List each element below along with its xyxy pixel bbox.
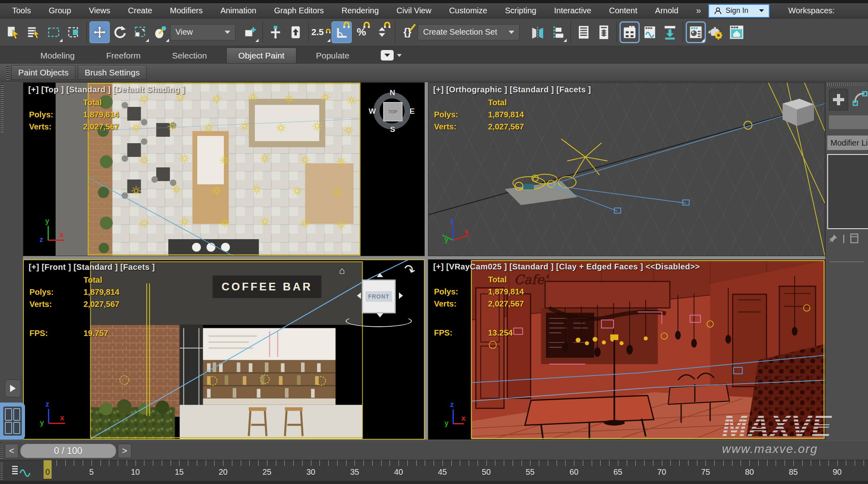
viewcube-down-arrow[interactable] (377, 313, 383, 317)
curve-editor-button[interactable] (640, 21, 660, 43)
menu-rendering[interactable]: Rendering (342, 6, 379, 15)
coffee-bar-sign: COFFEE BAR (213, 275, 321, 298)
ribbon-tab-object-paint[interactable]: Object Paint (226, 48, 296, 64)
angle-snap-toggle-button[interactable] (332, 21, 352, 43)
viewport-front[interactable]: COFFEE BAR [+] [Front ] [Standard ] [Fac… (23, 259, 425, 440)
menu-tools[interactable]: Tools (12, 6, 31, 15)
show-end-result-icon[interactable] (849, 233, 859, 244)
viewcube-left-arrow[interactable] (357, 292, 361, 299)
ribbon-tab-selection[interactable]: Selection (160, 48, 219, 64)
menu-group[interactable]: Group (49, 6, 71, 15)
schematic-view-button[interactable] (660, 21, 680, 43)
viewport-layout-tabs-button[interactable] (0, 403, 25, 440)
ribbon-show-menu-button[interactable] (381, 50, 402, 60)
viewport-top[interactable]: [+] [Top ] [Standard ] [Default Shading … (23, 82, 425, 256)
time-slider-drag-handle[interactable] (0, 442, 3, 459)
viewcube-front-face[interactable]: FRONT (365, 291, 392, 302)
viewport-vraycam-label[interactable]: [+] [VRayCam025 ] [Standard ] [Clay + Ed… (433, 262, 700, 271)
select-and-move-button[interactable] (90, 21, 110, 43)
subtab-brush-settings[interactable]: Brush Settings (78, 65, 147, 80)
named-selection-set-dropdown[interactable]: Create Selection Set (418, 24, 520, 40)
create-tab[interactable] (829, 89, 848, 111)
viewcube-up-arrow[interactable] (377, 273, 383, 277)
menu-civil-view[interactable]: Civil View (396, 6, 431, 15)
menu-modifiers[interactable]: Modifiers (170, 6, 202, 15)
ribbon-drag-handle[interactable] (6, 65, 9, 80)
mini-curve-editor-button[interactable] (11, 463, 32, 478)
select-object-button[interactable] (3, 21, 23, 43)
viewcube-front[interactable]: FRONT (362, 280, 396, 313)
rendered-frame-window-button[interactable] (726, 21, 746, 43)
scene-explorer-button[interactable] (574, 21, 594, 43)
menu-customize[interactable]: Customize (449, 6, 487, 15)
magnet-icon (325, 27, 332, 38)
ribbon-toggle-button[interactable] (620, 21, 640, 43)
modify-tab[interactable] (851, 89, 868, 111)
viewport-top-label[interactable]: [+] [Top ] [Standard ] [Default Shading … (28, 85, 185, 94)
viewcube-compass[interactable]: N E S W TOP (371, 90, 413, 132)
select-and-scale-button[interactable] (130, 21, 150, 43)
next-frame-button[interactable]: > (118, 444, 131, 458)
menu-arnold[interactable]: Arnold (655, 6, 678, 15)
workspaces-label[interactable]: Workspaces: (788, 6, 835, 15)
panel-drag-handle[interactable] (827, 83, 866, 86)
selection-region-button[interactable] (44, 21, 64, 43)
viewport-ortho-label[interactable]: [+] [Orthographic ] [Standard ] [Facets … (433, 85, 591, 94)
sign-in-button[interactable]: Sign In (708, 4, 770, 18)
snaps-mode-label: 2.5 (311, 27, 324, 38)
menu-interactive[interactable]: Interactive (554, 6, 591, 15)
track-bar-ruler[interactable]: 051015202530354045505560657075808590 (34, 460, 868, 479)
material-editor-button[interactable] (686, 21, 706, 43)
ribbon-tab-modeling[interactable]: Modeling (28, 48, 87, 64)
viewport-vraycam[interactable]: Cafe' [+] [VRayCam025 ] [Standard ] [Cla… (428, 259, 825, 440)
modifier-list-dropdown[interactable]: Modifier List (827, 136, 868, 150)
use-pivot-point-button[interactable] (240, 21, 260, 43)
fps-value: 13.254 (488, 328, 524, 338)
viewport-front-label[interactable]: [+] [Front ] [Standard ] [Facets ] (29, 263, 155, 272)
window-crossing-button[interactable] (64, 21, 84, 43)
menu-scripting[interactable]: Scripting (505, 6, 536, 15)
track-bar-drag-handle[interactable] (0, 462, 3, 480)
select-and-rotate-button[interactable] (110, 21, 130, 43)
expand-tracks-button[interactable] (5, 380, 21, 397)
menu-animation[interactable]: Animation (220, 6, 256, 15)
object-name-field[interactable] (829, 115, 868, 129)
menu-graph-editors[interactable]: Graph Editors (274, 6, 323, 15)
home-icon[interactable]: ⌂ (339, 265, 345, 276)
select-by-name-icon (27, 25, 40, 39)
align-button[interactable] (548, 21, 568, 43)
layer-explorer-button[interactable] (594, 21, 614, 43)
magnet-icon (342, 22, 351, 31)
pin-stack-icon[interactable] (828, 233, 839, 244)
toolbar-separator (570, 22, 571, 42)
viewcube-right-arrow[interactable] (399, 292, 403, 299)
percent-snap-toggle-button[interactable]: % (352, 21, 372, 43)
viewport-orthographic[interactable]: [+] [Orthographic ] [Standard ] [Facets … (428, 82, 825, 256)
toolbar-drag-handle[interactable] (1, 84, 4, 132)
edit-named-selection-sets-button[interactable]: {} (398, 21, 418, 43)
previous-frame-button[interactable]: < (5, 444, 19, 458)
mirror-button[interactable] (528, 21, 548, 43)
viewcube-top-face[interactable]: TOP (383, 102, 403, 121)
select-and-manipulate-button[interactable] (265, 21, 286, 43)
ribbon-tab-freeform[interactable]: Freeform (94, 48, 152, 64)
keyboard-shortcut-override-button[interactable] (286, 21, 306, 43)
compass-west[interactable]: W (369, 107, 376, 116)
subtab-paint-objects[interactable]: Paint Objects (11, 65, 75, 80)
select-and-place-button[interactable] (150, 21, 170, 43)
render-setup-button[interactable] (706, 21, 726, 43)
menu-create[interactable]: Create (128, 6, 152, 15)
select-by-name-button[interactable] (23, 21, 44, 43)
snaps-toggle-button[interactable]: 2.5 (311, 21, 332, 43)
menu-views[interactable]: Views (89, 6, 110, 15)
menu-content[interactable]: Content (609, 6, 637, 15)
spinner-snap-toggle-button[interactable] (372, 21, 392, 43)
reference-coordinate-dropdown[interactable]: View (170, 24, 236, 40)
time-slider[interactable]: 0 / 100 (20, 444, 116, 458)
compass-east[interactable]: E (409, 107, 415, 116)
compass-north[interactable]: N (390, 88, 395, 97)
ribbon-tab-populate[interactable]: Populate (304, 48, 361, 64)
menu-overflow-chevron[interactable]: » (696, 6, 701, 16)
compass-south[interactable]: S (390, 125, 395, 134)
modifier-stack[interactable] (827, 154, 868, 229)
